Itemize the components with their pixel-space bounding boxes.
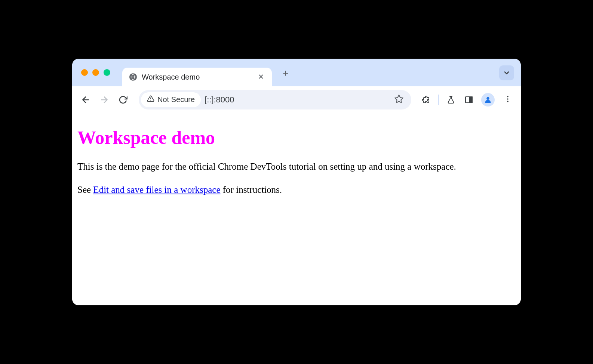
profile-button[interactable] bbox=[481, 93, 495, 107]
text-prefix: See bbox=[77, 185, 93, 195]
address-bar[interactable]: Not Secure [::]:8000 bbox=[139, 90, 411, 109]
extensions-button[interactable] bbox=[420, 94, 431, 105]
text-suffix: for instructions. bbox=[221, 185, 282, 195]
security-chip[interactable]: Not Secure bbox=[141, 92, 201, 107]
back-button[interactable] bbox=[79, 93, 92, 107]
warning-icon bbox=[147, 95, 154, 104]
svg-rect-3 bbox=[469, 97, 472, 103]
workspace-tutorial-link[interactable]: Edit and save files in a workspace bbox=[93, 185, 220, 195]
browser-window: Workspace demo bbox=[72, 59, 521, 305]
page-heading: Workspace demo bbox=[77, 127, 516, 148]
page-intro-paragraph: This is the demo page for the official C… bbox=[77, 160, 516, 173]
window-minimize-button[interactable] bbox=[92, 69, 99, 76]
tabs-dropdown-button[interactable] bbox=[499, 65, 514, 80]
tab-title: Workspace demo bbox=[142, 73, 252, 81]
svg-marker-1 bbox=[395, 95, 403, 103]
browser-tab[interactable]: Workspace demo bbox=[122, 68, 272, 86]
chrome-menu-button[interactable] bbox=[501, 95, 514, 105]
toolbar-actions bbox=[420, 93, 514, 107]
svg-point-4 bbox=[486, 97, 489, 99]
browser-toolbar: Not Secure [::]:8000 bbox=[72, 86, 521, 113]
new-tab-button[interactable] bbox=[280, 68, 291, 80]
globe-icon bbox=[129, 73, 137, 81]
forward-button[interactable] bbox=[98, 93, 111, 107]
reload-button[interactable] bbox=[116, 93, 130, 107]
page-instructions-paragraph: See Edit and save files in a workspace f… bbox=[77, 183, 516, 196]
window-controls bbox=[81, 69, 110, 76]
labs-button[interactable] bbox=[445, 94, 457, 105]
tab-strip: Workspace demo bbox=[72, 59, 521, 86]
toolbar-separator bbox=[438, 95, 439, 105]
svg-point-5 bbox=[507, 96, 508, 97]
side-panel-button[interactable] bbox=[463, 94, 474, 105]
bookmark-button[interactable] bbox=[392, 94, 406, 105]
window-close-button[interactable] bbox=[81, 69, 88, 76]
tab-close-button[interactable] bbox=[257, 72, 265, 82]
window-maximize-button[interactable] bbox=[104, 69, 110, 76]
url-text: [::]:8000 bbox=[205, 95, 388, 105]
page-content: Workspace demo This is the demo page for… bbox=[72, 113, 521, 305]
svg-point-6 bbox=[507, 98, 508, 100]
security-label: Not Secure bbox=[157, 95, 195, 104]
svg-point-7 bbox=[507, 101, 508, 102]
